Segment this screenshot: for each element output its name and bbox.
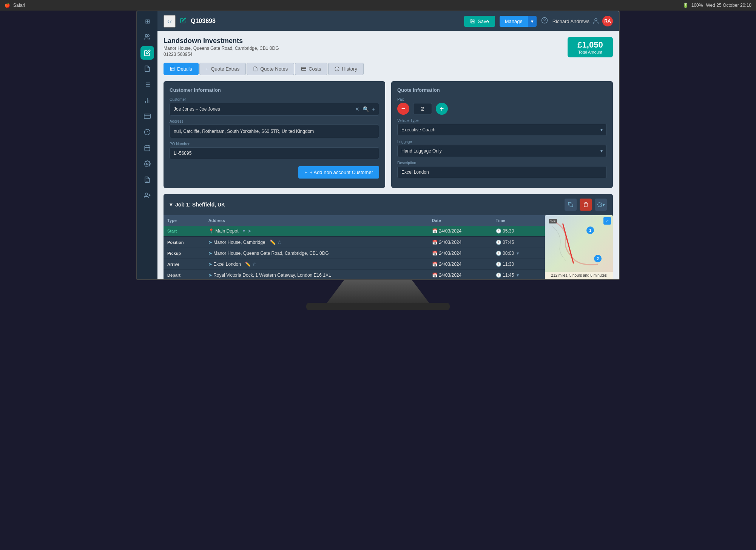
sidebar-item-people[interactable] [140,30,154,44]
star-arrive-icon[interactable]: ☆ [252,262,256,267]
date-cal-arrive: 📅 [432,262,438,267]
pax-field-group: Pax − 2 + [397,97,607,115]
customer-info-title: Customer Information [170,87,379,93]
vehicle-type-label: Vehicle Type [397,119,607,123]
depart-time-options[interactable]: ▾ [517,273,519,278]
job-section: ▾ Job 1: Sheffield, UK [164,194,613,279]
sidebar-item-docs[interactable] [140,62,154,75]
page-content: Landsdown Investments Manor House, Queen… [157,31,619,279]
date-pickup: 📅 24/03/2024 [428,248,492,259]
help-icon[interactable] [541,17,548,25]
map-container: S/F ⤢ 1 2 212 [545,215,613,279]
save-label: Save [478,18,489,24]
job-copy-button[interactable] [565,199,577,211]
time-clk-depart: 🕐 [496,273,501,278]
tab-quote-notes-label: Quote Notes [260,66,288,72]
sidebar-item-home[interactable]: ⊞ [140,14,154,28]
job-table-header-row: Type Address Date Time [164,215,545,226]
monitor-base [306,303,450,310]
vehicle-type-chevron-icon: ▾ [600,127,603,132]
back-button[interactable]: ‹‹ [164,15,176,28]
sidebar-item-chart[interactable] [140,94,154,107]
luggage-value: Hand Luggage Only [401,148,442,154]
date-cal-pickup: 📅 [432,251,438,256]
job-table-wrap: Type Address Date Time Start [164,215,545,279]
start-expand-icon[interactable]: ▾ [243,228,245,234]
job-collapse-icon[interactable]: ▾ [170,202,172,208]
tab-history-label: History [342,66,357,72]
nav-icon-pickup: ➤ [208,251,212,256]
two-column-layout: Customer Information Customer Joe Jones … [164,81,613,188]
sidebar-item-card[interactable] [140,109,154,123]
total-amount-value: £1,050 [574,40,607,50]
job-settings-button[interactable]: ▾ [595,199,607,211]
tab-quote-extras[interactable]: + Quote Extras [199,63,246,75]
sidebar-item-edit[interactable] [140,46,154,60]
top-bar: ‹‹ Q103698 Save Manage ▾ [157,11,619,31]
time-clk-icon: 🕐 [496,240,501,245]
app-container: ⊞ [137,11,619,279]
tab-history[interactable]: History [328,63,363,75]
add-customer-icon[interactable]: + [372,106,375,112]
type-depart: Depart [164,270,205,280]
job-delete-button[interactable] [580,199,592,211]
vehicle-type-value: Executive Coach [401,127,435,132]
job-row-depart: Depart ➤ Royal Victoria Dock, 1 Western … [164,270,545,280]
type-start: Start [164,226,205,237]
address-arrive: ➤ Excel London ✏️ ☆ [205,259,428,270]
pax-minus-button[interactable]: − [397,103,409,115]
tab-quote-notes[interactable]: Quote Notes [247,63,294,75]
monitor-stand [321,280,435,303]
star-position-icon[interactable]: ☆ [277,239,282,245]
apple-icon: 🍎 [5,3,10,8]
pax-plus-button[interactable]: + [436,103,448,115]
pax-value: 2 [413,103,432,114]
po-value-text: LI-56895 [174,151,191,156]
add-non-account-customer-button[interactable]: + + Add non account Customer [298,166,379,179]
sidebar-item-money[interactable] [140,125,154,139]
address-pickup: ➤ Manor House, Queens Gate Road, Cambrid… [205,248,428,259]
tab-costs[interactable]: Costs [295,63,327,75]
tab-details[interactable]: Details [164,63,199,75]
pickup-time-options[interactable]: ▾ [517,251,519,256]
user-name: Richard Andrews [552,18,589,24]
tab-quote-extras-label: Quote Extras [211,66,239,72]
job-table-body: Start 📍 Main Depot ▾ ➤ 📅 24/03/20 [164,226,545,279]
quote-info-card: Quote Information Pax − 2 + Vehic [391,81,613,188]
po-field-group: PO Number LI-56895 [170,142,379,159]
sidebar-item-user-add[interactable] [140,189,154,202]
save-button[interactable]: Save [464,16,495,27]
vehicle-type-select[interactable]: Executive Coach ▾ [397,124,607,136]
luggage-select[interactable]: Hand Luggage Only ▾ [397,145,607,157]
luggage-field-group: Luggage Hand Luggage Only ▾ [397,140,607,157]
type-pickup: Pickup [164,248,205,259]
mac-bar-left: 🍎 Safari [5,3,25,8]
time-pickup: 🕐 08:00 ▾ [492,248,545,259]
sidebar-item-report[interactable] [140,173,154,186]
manage-button[interactable]: Manage [500,16,528,27]
edit-arrive-icon[interactable]: ✏️ [245,262,251,267]
mac-top-bar: 🍎 Safari 🔋 100% Wed 25 October 20:10 [0,0,756,11]
customer-label: Customer [170,97,379,102]
customer-field-group: Customer Joe Jones – Joe Jones ✕ 🔍 + [170,97,379,116]
sidebar-item-list[interactable] [140,78,154,91]
type-position: Position [164,237,205,248]
clear-customer-icon[interactable]: ✕ [355,106,359,112]
edit-position-icon[interactable]: ✏️ [270,239,276,245]
start-navigate-icon[interactable]: ➤ [248,228,251,234]
sidebar-item-calendar[interactable] [140,141,154,155]
date-calendar-icon: 📅 [432,228,438,234]
tabs: Details + Quote Extras Quote Notes C [164,63,613,75]
address-value-field: null, Catcliffe, Rotherham, South Yorksh… [170,125,379,138]
date-cal-icon: 📅 [432,240,438,245]
th-address: Address [205,215,428,226]
search-customer-icon[interactable]: 🔍 [363,106,369,112]
job-title-text: Job 1: Sheffield, UK [175,202,225,208]
customer-value-text: Joe Jones – Joe Jones [174,106,220,112]
time-clk-pickup: 🕐 [496,251,501,256]
time-arrive: 🕐 11:30 [492,259,545,270]
sidebar-item-settings[interactable] [140,157,154,171]
th-type: Type [164,215,205,226]
manage-dropdown-button[interactable]: ▾ [528,16,537,27]
job-row-arrive: Arrive ➤ Excel London ✏️ ☆ [164,259,545,270]
